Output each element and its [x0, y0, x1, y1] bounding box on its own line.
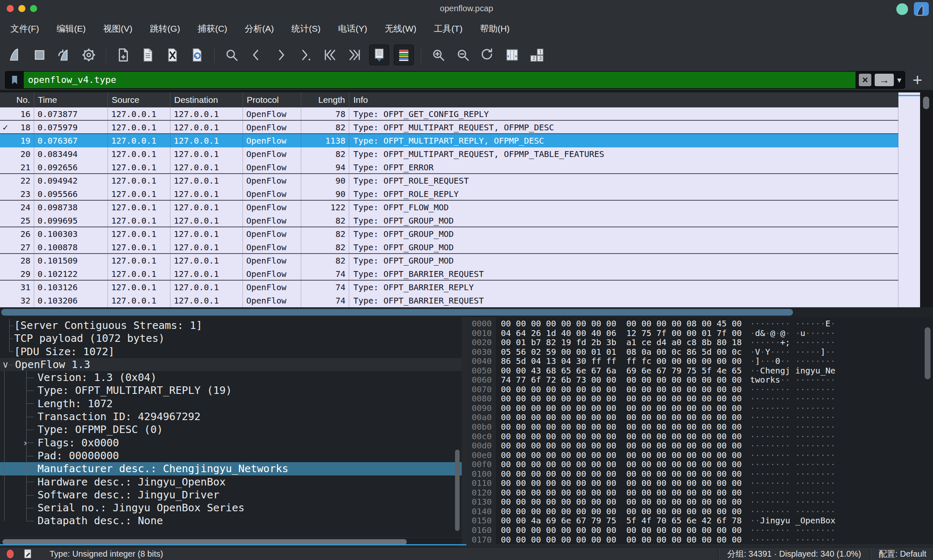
hex-row[interactable]: 005000 00 43 68 65 6e 67 6a 69 6e 67 79 …	[467, 366, 933, 376]
tree-row[interactable]: [Server Contiguous Streams: 1]	[0, 319, 462, 332]
column-header-time[interactable]: Time	[34, 92, 108, 107]
packet-list-scrollbar-minimap[interactable]	[898, 92, 920, 307]
start-capture-button[interactable]	[5, 45, 25, 65]
hex-row[interactable]: 002000 01 b7 82 19 fd 2b 3b a1 ce d4 a0 …	[467, 338, 933, 347]
hex-row[interactable]: 00b000 00 00 00 00 00 00 00 00 00 00 00 …	[467, 422, 933, 432]
hex-row[interactable]: 013000 00 00 00 00 00 00 00 00 00 00 00 …	[467, 497, 933, 507]
hex-row[interactable]: 011000 00 00 00 00 00 00 00 00 00 00 00 …	[467, 478, 933, 488]
maximize-window-button[interactable]	[30, 5, 37, 12]
packet-row[interactable]: 250.099695127.0.0.1127.0.0.1OpenFlow82Ty…	[0, 214, 898, 227]
column-header-no[interactable]: No.	[0, 92, 34, 107]
hex-row[interactable]: 001004 64 26 1d 40 00 40 06 12 75 7f 00 …	[467, 329, 933, 338]
detail-pane-scrollbar-thumb[interactable]	[455, 450, 460, 531]
menu-item[interactable]: 无线(W)	[376, 17, 425, 40]
packet-row[interactable]: 260.100303127.0.0.1127.0.0.1OpenFlow82Ty…	[0, 227, 898, 241]
hex-row[interactable]: 017000 00 00 00 00 00 00 00 00 00 00 00 …	[467, 535, 933, 544]
packet-row[interactable]: 160.073877127.0.0.1127.0.0.1OpenFlow78Ty…	[0, 107, 898, 121]
tree-row[interactable]: TCP payload (1072 bytes)	[0, 332, 462, 345]
filter-add-button[interactable]: +	[913, 72, 922, 88]
restart-capture-button[interactable]	[54, 45, 74, 65]
hex-row[interactable]: 014000 00 00 00 00 00 00 00 00 00 00 00 …	[467, 507, 933, 516]
capture-comment-icon[interactable]	[23, 548, 33, 559]
menu-item[interactable]: 工具(T)	[425, 17, 471, 40]
tree-row[interactable]: Serial no.: Jingyu OpenBox Series	[0, 501, 462, 514]
go-first-packet-button[interactable]	[320, 45, 340, 65]
packet-list-vertical-scrollbar[interactable]	[920, 92, 933, 307]
tree-row[interactable]: Datapath desc.: None	[0, 514, 462, 527]
packet-list-scrollbar-thumb[interactable]	[923, 97, 929, 109]
hex-pane-scrollbar-thumb[interactable]	[925, 327, 930, 379]
tree-row[interactable]: Manufacturer desc.: Chengjingyu_Networks	[0, 462, 462, 475]
hex-row[interactable]: 000000 00 00 00 00 00 00 00 00 00 00 00 …	[467, 319, 933, 329]
menu-item[interactable]: 分析(A)	[236, 17, 283, 40]
menu-item[interactable]: 帮助(H)	[471, 17, 518, 40]
reload-file-button[interactable]	[187, 45, 207, 65]
go-to-packet-button[interactable]	[295, 45, 315, 65]
packet-row[interactable]: 200.083494127.0.0.1127.0.0.1OpenFlow82Ty…	[0, 147, 898, 161]
hex-row[interactable]: 00a000 00 00 00 00 00 00 00 00 00 00 00 …	[467, 413, 933, 422]
packet-row[interactable]: 320.103206127.0.0.1127.0.0.1OpenFlow74Ty…	[0, 294, 898, 307]
tree-row[interactable]: ∨OpenFlow 1.3	[0, 358, 462, 371]
tree-row[interactable]: [PDU Size: 1072]	[0, 345, 462, 358]
column-header-source[interactable]: Source	[108, 92, 170, 107]
hex-row[interactable]: 00d000 00 00 00 00 00 00 00 00 00 00 00 …	[467, 441, 933, 450]
packet-row[interactable]: 210.092656127.0.0.1127.0.0.1OpenFlow94Ty…	[0, 161, 898, 174]
packet-row[interactable]: 270.100878127.0.0.1127.0.0.1OpenFlow82Ty…	[0, 241, 898, 254]
layout-123-button[interactable]: 123	[527, 45, 547, 65]
packet-list-hscrollbar-thumb[interactable]	[1, 309, 793, 316]
packet-row[interactable]: 220.094942127.0.0.1127.0.0.1OpenFlow90Ty…	[0, 174, 898, 187]
hex-row[interactable]: 007000 00 00 00 00 00 00 00 00 00 00 00 …	[467, 385, 933, 394]
filter-dropdown-caret-icon[interactable]: ▾	[897, 75, 901, 85]
tree-row[interactable]: Hardware desc.: Jingyu_OpenBox	[0, 475, 462, 488]
hex-row[interactable]: 006074 77 6f 72 6b 73 00 00 00 00 00 00 …	[467, 375, 933, 385]
menu-item[interactable]: 视图(V)	[95, 17, 141, 40]
column-header-protocol[interactable]: Protocol	[243, 92, 301, 107]
menu-item[interactable]: 电话(Y)	[329, 17, 376, 40]
column-header-info[interactable]: Info	[349, 92, 898, 107]
close-file-button[interactable]	[163, 45, 183, 65]
hex-row[interactable]: 003005 56 02 59 00 00 01 01 08 0a 00 0c …	[467, 347, 933, 357]
hex-row[interactable]: 008000 00 00 00 00 00 00 00 00 00 00 00 …	[467, 394, 933, 403]
filter-bookmark-icon[interactable]	[5, 72, 24, 88]
expert-info-icon[interactable]	[7, 550, 14, 558]
hex-row[interactable]: 015000 00 4a 69 6e 67 79 75 5f 4f 70 65 …	[467, 516, 933, 525]
hex-row[interactable]: 00c000 00 00 00 00 00 00 00 00 00 00 00 …	[467, 432, 933, 441]
menu-item[interactable]: 捕获(C)	[189, 17, 236, 40]
packet-row[interactable]: 240.098738127.0.0.1127.0.0.1OpenFlow122T…	[0, 201, 898, 214]
hex-row[interactable]: 012000 00 00 00 00 00 00 00 00 00 00 00 …	[467, 488, 933, 498]
tree-row[interactable]: Type: OFPMP_DESC (0)	[0, 423, 462, 436]
column-header-destination[interactable]: Destination	[170, 92, 243, 107]
expand-icon[interactable]: ›	[21, 436, 30, 449]
filter-input[interactable]: openflow_v4.type	[24, 72, 855, 88]
resize-columns-button[interactable]	[502, 45, 522, 65]
hex-row[interactable]: 009000 00 00 00 00 00 00 00 00 00 00 00 …	[467, 403, 933, 413]
tree-row[interactable]: Type: OFPT_MULTIPART_REPLY (19)	[0, 384, 462, 397]
packet-row[interactable]: 190.076367127.0.0.1127.0.0.1OpenFlow1138…	[0, 134, 898, 147]
find-packet-button[interactable]	[222, 45, 242, 65]
save-file-button[interactable]	[138, 45, 158, 65]
zoom-reset-button[interactable]	[478, 45, 498, 65]
hex-row[interactable]: 00e000 00 00 00 00 00 00 00 00 00 00 00 …	[467, 450, 933, 460]
colorize-button[interactable]	[394, 45, 414, 65]
go-back-button[interactable]	[246, 45, 266, 65]
packet-row[interactable]: 290.102122127.0.0.1127.0.0.1OpenFlow74Ty…	[0, 267, 898, 281]
capture-options-gear-button[interactable]	[79, 45, 99, 65]
zoom-in-button[interactable]	[428, 45, 448, 65]
open-file-button[interactable]	[113, 45, 133, 65]
column-header-length[interactable]: Length	[301, 92, 349, 107]
packet-row[interactable]: ✓180.075979127.0.0.1127.0.0.1OpenFlow82T…	[0, 121, 898, 134]
tree-row[interactable]: Version: 1.3 (0x04)	[0, 371, 462, 384]
profile-status[interactable]: 配置: Default	[879, 548, 926, 560]
minimize-window-button[interactable]	[18, 5, 25, 12]
display-filter-field[interactable]: openflow_v4.type × → ▾	[5, 71, 905, 89]
hex-row[interactable]: 00f000 00 00 00 00 00 00 00 00 00 00 00 …	[467, 460, 933, 469]
packet-row[interactable]: 280.101509127.0.0.1127.0.0.1OpenFlow82Ty…	[0, 254, 898, 267]
tree-row[interactable]: Software desc.: Jingyu_Driver	[0, 488, 462, 501]
hex-row[interactable]: 016000 00 00 00 00 00 00 00 00 00 00 00 …	[467, 525, 933, 535]
tree-row[interactable]: Transaction ID: 4294967292	[0, 410, 462, 423]
go-forward-button[interactable]	[271, 45, 291, 65]
menu-item[interactable]: 统计(S)	[283, 17, 329, 40]
menu-item[interactable]: 跳转(G)	[141, 17, 189, 40]
go-last-packet-button[interactable]	[345, 45, 365, 65]
menu-item[interactable]: 文件(F)	[2, 17, 48, 40]
